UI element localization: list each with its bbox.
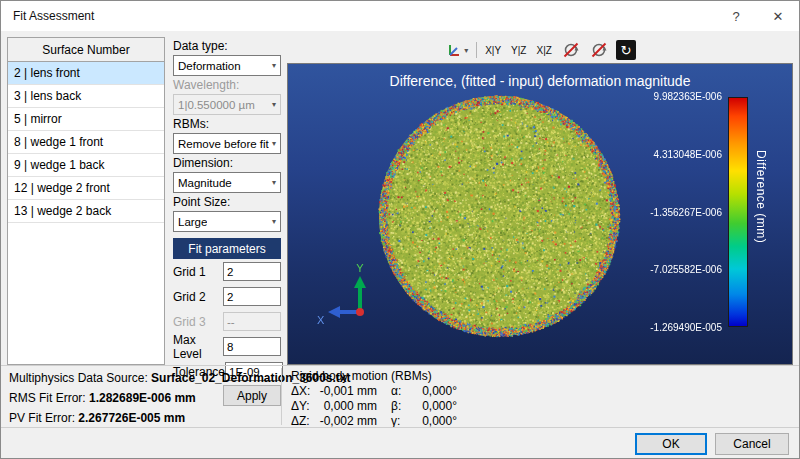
surface-row[interactable]: 3 | lens back [8,85,164,108]
viewer-3d-canvas[interactable]: Difference, (fitted - input) deformation… [287,63,793,365]
max-level-input[interactable] [223,337,281,356]
window-title: Fit Assessment [1,9,94,23]
rbm-values: ΔX: -0,001 mm α: 0,000° ΔY: 0,000 mm β: … [291,384,457,428]
cancel-button[interactable]: Cancel [715,433,789,455]
rms-fit-error-value: 1.282689E-006 mm [89,391,196,405]
view-orientation-button[interactable]: ▾ [444,40,470,60]
colorbar-tick-labels: 9.982363E-006 4.313048E-006 -1.356267E-0… [622,91,722,333]
chevron-down-icon: ▾ [272,61,276,70]
close-icon: ✕ [773,9,784,24]
rbm-title: Rigid-body motion (RBMs) [291,368,457,384]
status-panel: Multiphysics Data Source: Surface_02_Def… [1,365,800,427]
pv-fit-error-value: 2.267726E-005 mm [78,411,185,425]
chevron-down-icon: ▾ [272,100,276,109]
colorbar-tick: 4.313048E-006 [654,149,722,160]
titlebar[interactable]: Fit Assessment ? ✕ [1,1,799,31]
colorbar-tick: -7.025582E-006 [650,264,722,275]
colorbar-axis-label: Difference (mm) [754,150,768,243]
help-icon: ? [732,9,739,24]
surface-row[interactable]: 8 | wedge 1 front [8,131,164,154]
view-plane-yz-button[interactable]: Y|Z [509,45,528,56]
wavelength-select: 1|0.550000 µm ▾ [173,94,281,115]
rbm-section: Rigid-body motion (RBMs) ΔX: -0,001 mm α… [291,368,457,428]
z-axis-dot [356,308,364,316]
spin-lock-1-button[interactable] [560,40,582,60]
data-type-label: Data type: [173,39,281,53]
colorbar [728,97,748,327]
surface-table-header: Surface Number [8,38,164,62]
surface-row[interactable]: 12 | wedge 2 front [8,177,164,200]
wavelength-label: Wavelength: [173,78,281,92]
surface-row[interactable]: 13 | wedge 2 back [8,200,164,223]
toolbar-separator [476,42,477,58]
controls-panel: Data type: Deformation ▾ Wavelength: 1|0… [173,37,281,406]
viewer-panel: ▾ X|Y Y|Z X|Z ↻ [287,37,793,365]
grid2-label: Grid 2 [173,290,206,304]
data-type-select[interactable]: Deformation ▾ [173,55,281,76]
close-button[interactable]: ✕ [757,1,799,31]
chevron-down-icon: ▾ [464,46,468,55]
rotate-arrow-icon: ↻ [620,43,631,58]
view-plane-xy-button[interactable]: X|Y [483,45,503,56]
point-size-label: Point Size: [173,195,281,209]
surface-row[interactable]: 9 | wedge 1 back [8,154,164,177]
max-level-label: Max Level [173,333,223,361]
point-cloud[interactable] [367,84,631,348]
titlebar-buttons: ? ✕ [715,1,799,31]
fit-parameters-header: Fit parameters [173,238,281,259]
x-axis-label: X [317,314,325,326]
grid3-label: Grid 3 [173,315,206,329]
grid1-input[interactable] [223,262,281,281]
view-plane-xz-button[interactable]: X|Z [534,45,553,56]
chevron-down-icon: ▾ [272,139,276,148]
grid2-input[interactable] [223,287,281,306]
colorbar-tick: 9.982363E-006 [654,91,722,102]
status-divider [281,368,282,425]
rbms-label: RBMs: [173,117,281,131]
rotate-lock-icon [562,41,580,59]
dimension-select[interactable]: Magnitude ▾ [173,172,281,193]
grid3-input [223,312,281,331]
rotate-lock-icon [590,41,608,59]
chevron-down-icon: ▾ [272,217,276,226]
point-size-select[interactable]: Large ▾ [173,211,281,232]
y-axis-label: Y [356,262,364,274]
help-button[interactable]: ? [715,1,757,31]
colorbar-tick: -1.269490E-005 [650,322,722,333]
axis-triad-gizmo: Y X [316,262,376,326]
viewer-toolbar: ▾ X|Y Y|Z X|Z ↻ [287,37,793,63]
dimension-label: Dimension: [173,156,281,170]
surface-row[interactable]: 5 | mirror [8,108,164,131]
surface-row[interactable]: 2 | lens front [8,62,164,85]
axes-triad-icon [446,42,462,58]
rbms-select[interactable]: Remove before fit ▾ [173,133,281,154]
surface-table: Surface Number 2 | lens front 3 | lens b… [7,37,165,365]
colorbar-tick: -1.356267E-006 [650,207,722,218]
grid1-label: Grid 1 [173,265,206,279]
fit-assessment-dialog: Fit Assessment ? ✕ Surface Number 2 | le… [0,0,800,459]
ok-button[interactable]: OK [635,433,707,455]
spin-lock-2-button[interactable] [588,40,610,60]
reset-rotation-button[interactable]: ↻ [616,40,636,60]
footer: OK Cancel [1,427,800,459]
chevron-down-icon: ▾ [272,178,276,187]
